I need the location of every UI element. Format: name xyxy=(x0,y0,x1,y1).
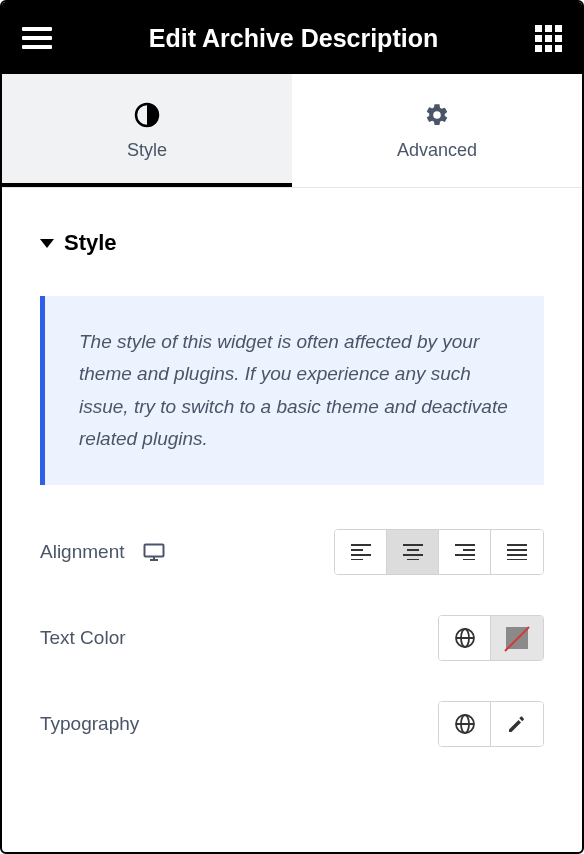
caret-down-icon xyxy=(40,239,54,248)
text-color-picker-button[interactable] xyxy=(491,616,543,660)
text-color-group xyxy=(438,615,544,661)
responsive-desktop-icon[interactable] xyxy=(143,543,165,561)
section-toggle-style[interactable]: Style xyxy=(40,230,544,256)
text-color-label: Text Color xyxy=(40,627,126,649)
gear-icon xyxy=(292,102,582,128)
info-notice: The style of this widget is often affect… xyxy=(40,296,544,485)
row-text-color: Text Color xyxy=(40,615,544,661)
header: Edit Archive Description xyxy=(2,2,582,74)
tab-style-label: Style xyxy=(2,140,292,161)
menu-icon[interactable] xyxy=(22,27,52,49)
align-left-button[interactable] xyxy=(335,530,387,574)
text-color-global-button[interactable] xyxy=(439,616,491,660)
section-title: Style xyxy=(64,230,117,256)
align-right-button[interactable] xyxy=(439,530,491,574)
globe-icon xyxy=(454,627,476,649)
svg-rect-1 xyxy=(144,545,163,557)
align-center-button[interactable] xyxy=(387,530,439,574)
row-alignment: Alignment xyxy=(40,529,544,575)
apps-grid-icon[interactable] xyxy=(535,25,562,52)
alignment-group xyxy=(334,529,544,575)
typography-label: Typography xyxy=(40,713,139,735)
typography-global-button[interactable] xyxy=(439,702,491,746)
tab-style[interactable]: Style xyxy=(2,74,292,187)
tab-advanced-label: Advanced xyxy=(292,140,582,161)
alignment-label: Alignment xyxy=(40,541,165,563)
align-justify-button[interactable] xyxy=(491,530,543,574)
content: Style The style of this widget is often … xyxy=(2,188,582,747)
half-circle-icon xyxy=(2,102,292,128)
tab-advanced[interactable]: Advanced xyxy=(292,74,582,187)
typography-edit-button[interactable] xyxy=(491,702,543,746)
pencil-icon xyxy=(507,714,527,734)
no-color-swatch-icon xyxy=(506,627,528,649)
typography-group xyxy=(438,701,544,747)
tabs: Style Advanced xyxy=(2,74,582,188)
page-title: Edit Archive Description xyxy=(52,24,535,53)
globe-icon xyxy=(454,713,476,735)
row-typography: Typography xyxy=(40,701,544,747)
